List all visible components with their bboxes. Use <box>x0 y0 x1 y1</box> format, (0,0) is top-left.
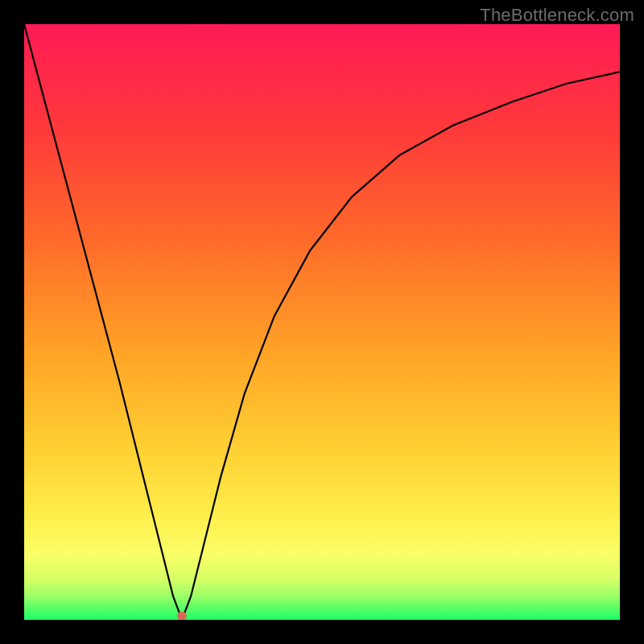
minimum-marker <box>177 612 187 620</box>
chart-frame: TheBottleneck.com <box>0 0 644 644</box>
curve-path <box>24 24 620 620</box>
bottleneck-curve <box>24 24 620 620</box>
plot-area <box>24 24 620 620</box>
watermark-text: TheBottleneck.com <box>480 5 634 26</box>
